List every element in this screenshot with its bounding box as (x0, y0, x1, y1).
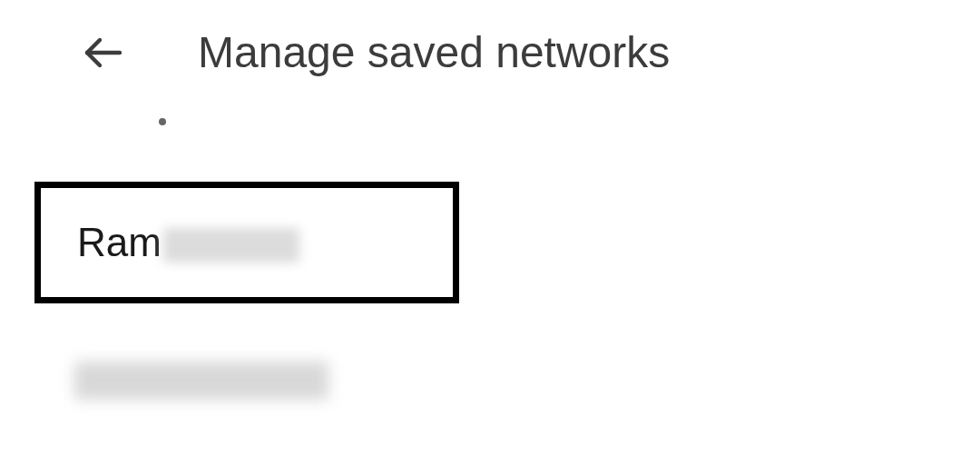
back-button[interactable] (82, 31, 125, 74)
page-title: Manage saved networks (198, 27, 670, 77)
network-name-redacted (163, 228, 299, 263)
header: Manage saved networks (0, 0, 980, 104)
network-name-visible: Ram (77, 220, 162, 264)
network-item-selected[interactable]: Ram (34, 182, 459, 303)
back-arrow-icon (82, 31, 125, 74)
network-name: Ram (77, 220, 299, 265)
network-item-redacted[interactable] (74, 362, 328, 400)
artifact-dot (159, 118, 166, 125)
